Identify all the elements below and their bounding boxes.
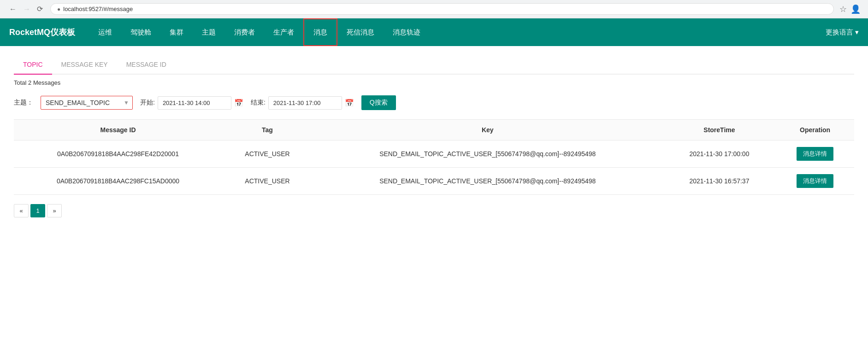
cell-key-2: SEND_EMAIL_TOPIC_ACTIVE_USER_[550674798@… bbox=[313, 168, 663, 195]
nav-items: 运维 驾驶舱 集群 主题 消费者 生产者 消息 死信消息 消息轨迹 bbox=[89, 18, 826, 46]
cell-message-id-1: 0A0B2067091818B4AAC298FE42D20001 bbox=[14, 140, 222, 168]
start-date-wrapper: 开始: 📅 bbox=[140, 96, 243, 110]
detail-button-1[interactable]: 消息详情 bbox=[797, 147, 833, 161]
cell-tag-1: ACTIVE_USER bbox=[222, 140, 313, 168]
tab-message-key[interactable]: MESSAGE KEY bbox=[52, 55, 117, 75]
tabs: TOPIC MESSAGE KEY MESSAGE ID bbox=[14, 55, 854, 75]
sidebar-item-dashboard[interactable]: 驾驶舱 bbox=[121, 18, 160, 46]
cell-tag-2: ACTIVE_USER bbox=[222, 168, 313, 195]
col-operation: Operation bbox=[776, 120, 854, 140]
sidebar-item-cluster[interactable]: 集群 bbox=[160, 18, 193, 46]
star-icon[interactable]: ☆ bbox=[839, 4, 847, 14]
cell-operation-2: 消息详情 bbox=[776, 168, 854, 195]
lang-button[interactable]: 更换语言 ▾ bbox=[826, 28, 859, 37]
col-message-id: Message ID bbox=[14, 120, 222, 140]
reload-button[interactable]: ⟳ bbox=[35, 4, 45, 14]
end-label: 结束: bbox=[251, 99, 266, 107]
cell-operation-1: 消息详情 bbox=[776, 140, 854, 168]
navbar-brand: RocketMQ仪表板 bbox=[9, 27, 75, 38]
cell-store-time-2: 2021-11-30 16:57:37 bbox=[663, 168, 776, 195]
browser-actions: ☆ 👤 bbox=[839, 4, 861, 14]
sidebar-item-topic[interactable]: 主题 bbox=[193, 18, 225, 46]
lock-icon: ● bbox=[57, 6, 60, 12]
nav-right: 更换语言 ▾ bbox=[826, 28, 859, 37]
cell-store-time-1: 2021-11-30 17:00:00 bbox=[663, 140, 776, 168]
prev-page-button[interactable]: « bbox=[14, 204, 29, 217]
sidebar-item-dlq[interactable]: 死信消息 bbox=[337, 18, 384, 46]
detail-button-2[interactable]: 消息详情 bbox=[797, 174, 833, 188]
topic-label: 主题： bbox=[14, 99, 33, 107]
pagination: « 1 » bbox=[14, 204, 854, 217]
sidebar-item-message[interactable]: 消息 bbox=[303, 18, 337, 46]
col-tag: Tag bbox=[222, 120, 313, 140]
search-button[interactable]: Q搜索 bbox=[361, 95, 396, 110]
browser-nav: ← → ⟳ bbox=[7, 4, 45, 14]
table-row: 0A0B2067091818B4AAC298FE42D20001 ACTIVE_… bbox=[14, 140, 854, 168]
data-table: Message ID Tag Key StoreTime Operation 0… bbox=[14, 119, 854, 195]
user-icon[interactable]: 👤 bbox=[850, 4, 861, 14]
forward-button[interactable]: → bbox=[21, 4, 32, 14]
main-content: TOPIC MESSAGE KEY MESSAGE ID Total 2 Mes… bbox=[0, 46, 868, 351]
navbar: RocketMQ仪表板 运维 驾驶舱 集群 主题 消费者 生产者 消息 死信消息… bbox=[0, 18, 868, 46]
end-calendar-icon[interactable]: 📅 bbox=[345, 99, 354, 107]
start-label: 开始: bbox=[140, 99, 155, 107]
tab-message-id[interactable]: MESSAGE ID bbox=[117, 55, 176, 75]
browser-bar: ← → ⟳ ● localhost:9527/#/message ☆ 👤 bbox=[0, 0, 868, 18]
search-form: 主题： SEND_EMAIL_TOPIC ▼ 开始: 📅 结束: 📅 Q搜索 bbox=[14, 95, 854, 110]
sidebar-item-producer[interactable]: 生产者 bbox=[264, 18, 303, 46]
total-messages: Total 2 Messages bbox=[14, 79, 854, 86]
start-date-input[interactable] bbox=[158, 96, 231, 110]
end-date-input[interactable] bbox=[268, 96, 342, 110]
sidebar-item-consumer[interactable]: 消费者 bbox=[225, 18, 264, 46]
cell-message-id-2: 0A0B2067091818B4AAC298FC15AD0000 bbox=[14, 168, 222, 195]
start-calendar-icon[interactable]: 📅 bbox=[234, 99, 243, 107]
sidebar-item-ops[interactable]: 运维 bbox=[89, 18, 121, 46]
url-text: localhost:9527/#/message bbox=[63, 6, 133, 12]
current-page-button[interactable]: 1 bbox=[30, 204, 45, 217]
sidebar-item-trace[interactable]: 消息轨迹 bbox=[384, 18, 430, 46]
cell-key-1: SEND_EMAIL_TOPIC_ACTIVE_USER_[550674798@… bbox=[313, 140, 663, 168]
topic-select[interactable]: SEND_EMAIL_TOPIC bbox=[41, 96, 133, 110]
back-button[interactable]: ← bbox=[7, 4, 18, 14]
next-page-button[interactable]: » bbox=[47, 204, 62, 217]
end-date-wrapper: 结束: 📅 bbox=[251, 96, 354, 110]
url-bar[interactable]: ● localhost:9527/#/message bbox=[50, 3, 834, 15]
table-row: 0A0B2067091818B4AAC298FC15AD0000 ACTIVE_… bbox=[14, 168, 854, 195]
tab-topic[interactable]: TOPIC bbox=[14, 55, 52, 75]
table-header-row: Message ID Tag Key StoreTime Operation bbox=[14, 120, 854, 140]
col-key: Key bbox=[313, 120, 663, 140]
col-store-time: StoreTime bbox=[663, 120, 776, 140]
topic-select-wrapper: SEND_EMAIL_TOPIC ▼ bbox=[41, 96, 133, 110]
